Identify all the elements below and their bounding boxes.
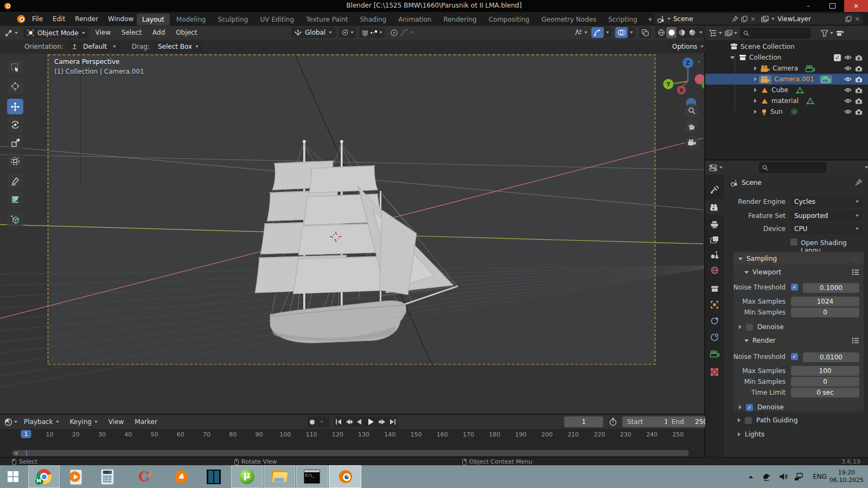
tab-texture[interactable] xyxy=(705,364,724,380)
outliner-row-camera[interactable]: Camera xyxy=(705,63,868,74)
r-max-samples-field[interactable]: 100 xyxy=(791,366,859,376)
current-frame-indicator[interactable]: 1 xyxy=(21,430,31,438)
next-keyframe-button[interactable] xyxy=(377,416,387,427)
render-visibility-icon[interactable] xyxy=(855,87,863,93)
time-limit-field[interactable]: 0 sec xyxy=(791,388,859,397)
menu-keying[interactable]: Keying xyxy=(66,415,102,429)
outliner-row-sun[interactable]: Sun xyxy=(705,106,868,117)
preset-menu-icon[interactable] xyxy=(852,337,859,344)
properties-search[interactable] xyxy=(759,162,826,173)
cursor-tool[interactable] xyxy=(7,78,23,94)
r-noise-threshold-checkbox[interactable]: ✓ xyxy=(791,353,798,360)
vp-min-samples-field[interactable]: 0 xyxy=(791,307,859,317)
hide-eye-icon[interactable] xyxy=(844,98,852,104)
r-min-samples-field[interactable]: 0 xyxy=(791,377,859,387)
tab-world[interactable] xyxy=(705,262,724,278)
render-visibility-icon[interactable] xyxy=(855,76,863,82)
tray-clock[interactable]: 19:20 06.10.2025 xyxy=(829,469,864,488)
workspace-tab-sculpting[interactable]: Sculpting xyxy=(212,14,253,25)
new-scene-icon[interactable] xyxy=(741,16,748,22)
hide-eye-icon[interactable] xyxy=(844,109,852,114)
sidebar-toggle-arrow[interactable]: ‹ xyxy=(698,58,700,65)
jump-to-start-button[interactable] xyxy=(334,416,344,427)
material-expand-arrow[interactable] xyxy=(754,99,757,103)
outliner-search[interactable] xyxy=(740,28,810,38)
taskbar-media-player[interactable] xyxy=(61,465,91,488)
outliner-row-collection[interactable]: Collection ✓ xyxy=(705,52,868,63)
r-denoise-checkbox[interactable]: ✓ xyxy=(746,404,753,411)
tab-constraints[interactable] xyxy=(705,330,724,345)
pin-icon[interactable] xyxy=(732,16,738,22)
properties-options-chevron[interactable] xyxy=(865,166,868,169)
camera001-expand-arrow[interactable] xyxy=(754,77,757,81)
shading-solid-button[interactable] xyxy=(666,27,676,38)
vp-max-samples-field[interactable]: 1024 xyxy=(791,297,859,306)
frame-start-field[interactable]: Start1 xyxy=(622,416,673,427)
vp-denoise-row[interactable]: Denoise xyxy=(733,321,864,333)
taskbar-calculator[interactable]: 0 xyxy=(92,465,123,488)
transform-tool[interactable] xyxy=(7,153,23,169)
workspace-tab-texture-paint[interactable]: Texture Paint xyxy=(301,14,353,25)
workspace-tab-compositing[interactable]: Compositing xyxy=(483,14,535,25)
taskbar-chrome[interactable]: M xyxy=(28,465,60,488)
workspace-tab-rendering[interactable]: Rendering xyxy=(438,14,482,25)
vp-noise-threshold-checkbox[interactable]: ✓ xyxy=(791,284,798,291)
menu-timeline-view[interactable]: View xyxy=(104,415,128,429)
menu-object[interactable]: Object xyxy=(171,26,201,40)
pan-button[interactable] xyxy=(685,119,699,133)
outliner-row-material[interactable]: material xyxy=(705,95,868,106)
maximize-button[interactable] xyxy=(820,0,844,12)
hide-eye-icon[interactable] xyxy=(844,66,852,71)
taskbar-panels-app[interactable] xyxy=(199,465,229,488)
device-dropdown[interactable]: CPU xyxy=(790,223,863,234)
timeline-editor-selector[interactable] xyxy=(4,418,17,426)
properties-editor-selector[interactable] xyxy=(709,164,723,171)
render-visibility-icon[interactable] xyxy=(855,55,863,61)
tab-object-data[interactable] xyxy=(705,346,724,361)
prev-keyframe-button[interactable] xyxy=(344,416,354,427)
shading-wireframe-button[interactable] xyxy=(656,27,666,38)
current-frame-field[interactable]: 1 xyxy=(564,416,603,427)
pivot-point-button[interactable] xyxy=(339,27,356,38)
taskbar-ccleaner[interactable]: C xyxy=(130,465,161,488)
taskbar-cmd[interactable]: C:\_ xyxy=(296,465,328,488)
start-button[interactable] xyxy=(0,465,26,488)
menu-render[interactable]: Render xyxy=(70,12,103,26)
hide-eye-icon[interactable] xyxy=(844,87,852,93)
rotate-tool[interactable] xyxy=(7,117,23,132)
tray-network[interactable] xyxy=(794,465,804,488)
collection-expand-arrow[interactable] xyxy=(730,56,735,59)
r-noise-threshold-field[interactable]: 0.0100 xyxy=(803,352,859,362)
zoom-button[interactable] xyxy=(685,104,699,118)
proportional-editing-button[interactable] xyxy=(388,27,416,38)
tab-physics[interactable] xyxy=(705,313,724,329)
visibility-button[interactable] xyxy=(574,29,588,36)
pin-id-icon[interactable] xyxy=(855,179,862,186)
camera-expand-arrow[interactable] xyxy=(754,66,757,70)
xray-toggle[interactable] xyxy=(639,27,651,38)
taskbar-explorer[interactable] xyxy=(264,465,295,488)
viewlayer-selector[interactable]: ViewLayer × xyxy=(758,14,863,24)
tray-app-icon[interactable] xyxy=(762,465,771,488)
select-box-tool[interactable] xyxy=(7,60,23,75)
feature-set-dropdown[interactable]: Supported xyxy=(790,210,863,221)
taskbar-blender[interactable] xyxy=(329,465,361,488)
annotate-tool[interactable] xyxy=(7,174,23,189)
workspace-tab-modeling[interactable]: Modeling xyxy=(171,14,212,25)
taskbar-utorrent[interactable]: µ xyxy=(231,465,263,488)
vp-denoise-checkbox[interactable] xyxy=(746,324,753,331)
viewport-canvas[interactable]: Camera Perspective (1) Collection | Came… xyxy=(0,54,704,414)
render-visibility-icon[interactable] xyxy=(855,66,863,72)
options-button[interactable]: Options xyxy=(668,41,707,52)
shading-rendered-button[interactable] xyxy=(687,27,697,38)
lights-row[interactable]: Lights xyxy=(733,428,864,440)
collection-exclude-checkbox[interactable]: ✓ xyxy=(834,54,841,61)
workspace-tab-uv-editing[interactable]: UV Editing xyxy=(254,14,299,25)
hide-eye-icon[interactable] xyxy=(844,76,852,82)
render-engine-dropdown[interactable]: Cycles xyxy=(790,196,863,207)
shading-material-button[interactable] xyxy=(676,27,687,38)
measure-tool[interactable] xyxy=(7,191,23,207)
timeline-ruler[interactable]: 1102030405060708090100110120130140150160… xyxy=(0,429,704,448)
tab-scene[interactable] xyxy=(705,247,724,262)
filter-button[interactable] xyxy=(821,30,833,37)
